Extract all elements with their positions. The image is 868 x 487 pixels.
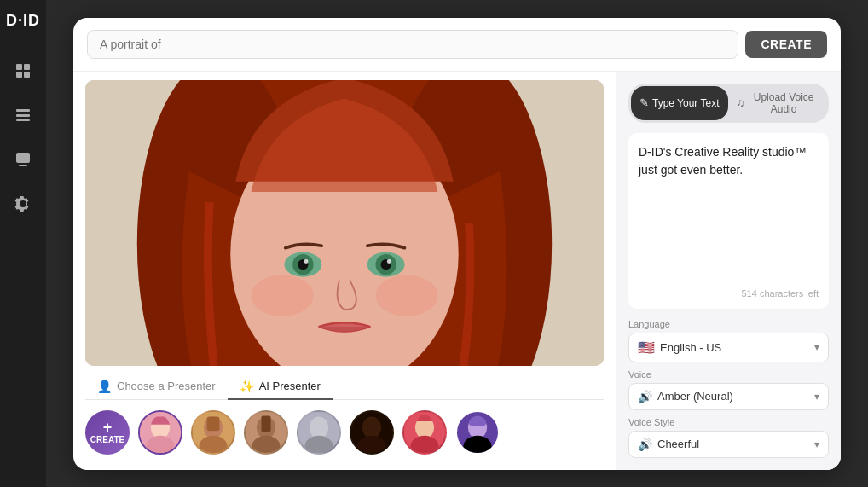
language-value: English - US xyxy=(660,341,721,354)
audio-icon: ♫ xyxy=(737,96,745,109)
voice-style-label: Voice Style xyxy=(628,417,829,427)
char-count: 514 characters left xyxy=(639,288,819,299)
portrait-search-input[interactable] xyxy=(87,30,738,59)
main-content: CREATE xyxy=(46,0,868,487)
voice-style-group: Voice Style 🔊 Cheerful ▾ xyxy=(628,417,829,458)
avatar-item-5[interactable] xyxy=(350,410,394,455)
svg-point-15 xyxy=(252,275,314,316)
svg-point-16 xyxy=(375,275,437,316)
language-dropdown[interactable]: 🇺🇸 English - US ▾ xyxy=(628,333,829,362)
chevron-down-icon: ▾ xyxy=(814,341,819,353)
tab-ai-presenter[interactable]: ✨ AI Presenter xyxy=(228,374,333,400)
voice-speaker-icon: 🔊 xyxy=(638,390,652,403)
avatar-item-3[interactable] xyxy=(244,410,288,455)
type-text-label: Type Your Text xyxy=(652,97,720,109)
tab-ai-label: AI Presenter xyxy=(259,380,321,392)
person-tab-icon: 👤 xyxy=(97,380,112,393)
avatar-item-2[interactable] xyxy=(191,410,235,455)
voice-group: Voice 🔊 Amber (Neural) ▾ xyxy=(628,369,829,410)
svg-rect-3 xyxy=(24,72,30,78)
voice-toggle: ✎ Type Your Text ♫ Upload Voice Audio xyxy=(628,84,829,123)
voice-dropdown[interactable]: 🔊 Amber (Neural) ▾ xyxy=(628,383,829,410)
create-label: CREATE xyxy=(90,435,124,444)
svg-point-23 xyxy=(304,259,309,264)
voice-dropdown-left: 🔊 Amber (Neural) xyxy=(638,390,733,403)
presenter-tabs: 👤 Choose a Presenter ✨ AI Presenter xyxy=(85,374,604,400)
language-label: Language xyxy=(628,319,829,329)
avatar-item-6[interactable] xyxy=(402,410,447,455)
right-panel: ✎ Type Your Text ♫ Upload Voice Audio D-… xyxy=(616,72,841,470)
voice-label: Voice xyxy=(628,369,829,380)
card-body: 👤 Choose a Presenter ✨ AI Presenter + CR… xyxy=(73,72,841,470)
svg-rect-8 xyxy=(19,165,27,166)
svg-rect-1 xyxy=(24,64,30,70)
avatar-item-7[interactable] xyxy=(455,410,500,455)
svg-rect-2 xyxy=(16,72,22,78)
text-icon: ✎ xyxy=(639,96,649,109)
tab-choose-label: Choose a Presenter xyxy=(117,380,216,392)
avatar-row: + CREATE xyxy=(85,407,604,458)
person-icon[interactable] xyxy=(11,148,35,171)
svg-rect-35 xyxy=(261,415,270,431)
sidebar: D·ID xyxy=(0,0,46,487)
portrait-image xyxy=(85,80,604,366)
voice-style-chevron-icon: ▾ xyxy=(814,438,819,450)
voice-style-value: Cheerful xyxy=(657,438,699,450)
left-panel: 👤 Choose a Presenter ✨ AI Presenter + CR… xyxy=(73,72,616,470)
voice-style-dropdown[interactable]: 🔊 Cheerful ▾ xyxy=(628,431,829,458)
avatar-item-1[interactable] xyxy=(138,410,182,455)
text-area-box: D-ID's Creative Reality studio™ just got… xyxy=(628,133,829,309)
svg-rect-0 xyxy=(16,64,22,70)
layers-icon[interactable] xyxy=(11,103,35,127)
create-button[interactable]: CREATE xyxy=(745,31,827,58)
app-card: CREATE xyxy=(73,18,841,470)
svg-rect-7 xyxy=(16,153,30,163)
tab-choose-presenter[interactable]: 👤 Choose a Presenter xyxy=(85,374,228,400)
voice-chevron-icon: ▾ xyxy=(814,391,819,403)
portrait-area xyxy=(85,80,604,366)
text-content[interactable]: D-ID's Creative Reality studio™ just got… xyxy=(639,143,819,281)
grid-icon[interactable] xyxy=(11,59,35,83)
top-bar: CREATE xyxy=(73,18,841,72)
settings-icon[interactable] xyxy=(11,192,35,216)
voice-style-speaker-icon: 🔊 xyxy=(638,438,652,451)
svg-rect-4 xyxy=(16,109,30,112)
upload-audio-button[interactable]: ♫ Upload Voice Audio xyxy=(730,86,827,120)
svg-point-40 xyxy=(362,416,381,438)
avatar-item-4[interactable] xyxy=(297,410,341,455)
svg-point-24 xyxy=(387,259,391,264)
ai-tab-icon: ✨ xyxy=(240,380,254,393)
upload-audio-label: Upload Voice Audio xyxy=(748,91,819,115)
language-dropdown-left: 🇺🇸 English - US xyxy=(638,339,721,356)
flag-icon: 🇺🇸 xyxy=(638,339,655,356)
svg-point-37 xyxy=(310,416,328,438)
voice-style-dropdown-left: 🔊 Cheerful xyxy=(638,438,699,451)
voice-value: Amber (Neural) xyxy=(657,390,733,403)
svg-rect-31 xyxy=(207,416,220,431)
svg-rect-6 xyxy=(16,119,30,121)
plus-icon: + xyxy=(103,420,113,435)
type-text-button[interactable]: ✎ Type Your Text xyxy=(631,86,728,120)
dropdowns-section: Language 🇺🇸 English - US ▾ Voice xyxy=(628,319,829,458)
avatar-create-button[interactable]: + CREATE xyxy=(85,410,130,455)
logo: D·ID xyxy=(6,12,40,30)
language-group: Language 🇺🇸 English - US ▾ xyxy=(628,319,829,362)
svg-rect-5 xyxy=(16,114,30,117)
